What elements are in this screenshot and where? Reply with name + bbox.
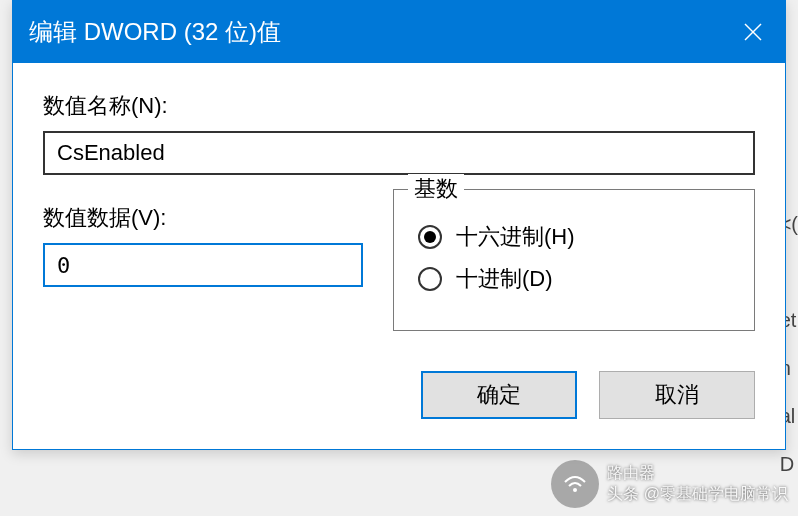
radio-decimal[interactable]: 十进制(D) bbox=[418, 264, 730, 294]
radio-icon bbox=[418, 225, 442, 249]
radio-hex-label: 十六进制(H) bbox=[456, 222, 575, 252]
router-icon bbox=[551, 460, 599, 508]
svg-point-2 bbox=[573, 488, 577, 492]
value-name-label: 数值名称(N): bbox=[43, 91, 755, 121]
close-icon bbox=[744, 23, 762, 41]
value-name-input[interactable] bbox=[43, 131, 755, 175]
dialog-title: 编辑 DWORD (32 位)值 bbox=[29, 16, 281, 48]
edit-dword-dialog: 编辑 DWORD (32 位)值 数值名称(N): 数值数据(V): 基数 bbox=[12, 0, 786, 450]
radio-icon bbox=[418, 267, 442, 291]
base-legend: 基数 bbox=[408, 174, 464, 204]
value-data-label: 数值数据(V): bbox=[43, 203, 363, 233]
button-row: 确定 取消 bbox=[43, 371, 755, 419]
radio-hexadecimal[interactable]: 十六进制(H) bbox=[418, 222, 730, 252]
value-data-input[interactable] bbox=[43, 243, 363, 287]
ok-button[interactable]: 确定 bbox=[421, 371, 577, 419]
radio-dec-label: 十进制(D) bbox=[456, 264, 553, 294]
watermark-credit: 头条 @零基础学电脑常识 bbox=[607, 484, 788, 505]
base-fieldset: 基数 十六进制(H) 十进制(D) bbox=[393, 189, 755, 331]
wifi-icon bbox=[561, 470, 589, 498]
titlebar: 编辑 DWORD (32 位)值 bbox=[13, 1, 785, 63]
close-button[interactable] bbox=[721, 1, 785, 63]
watermark-brand: 路由器 bbox=[607, 463, 788, 484]
dialog-body: 数值名称(N): 数值数据(V): 基数 十六进制(H) 十进制(D) bbox=[13, 63, 785, 449]
cancel-button[interactable]: 取消 bbox=[599, 371, 755, 419]
watermark: 路由器 头条 @零基础学电脑常识 bbox=[551, 460, 788, 508]
